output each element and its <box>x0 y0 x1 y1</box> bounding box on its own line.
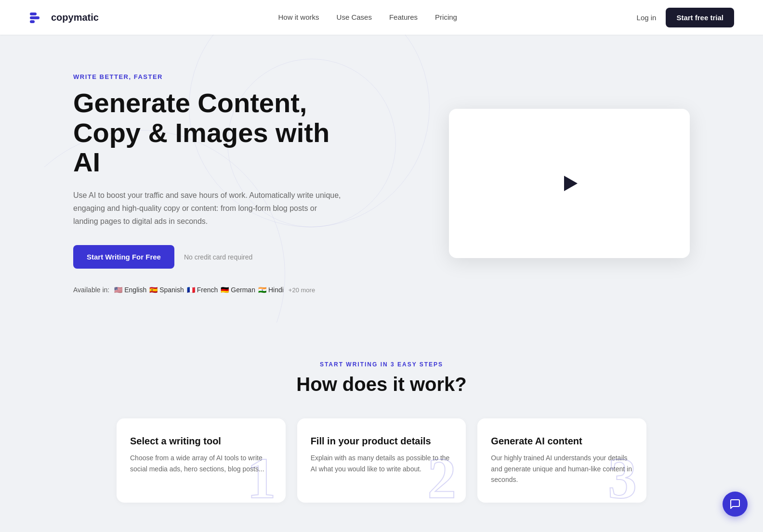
how-it-works-section: START WRITING IN 3 EASY STEPS How does i… <box>0 323 763 532</box>
flag-hindi: 🇮🇳 <box>258 286 266 294</box>
step-2-number: 2 <box>427 450 456 503</box>
flag-english: 🇺🇸 <box>114 286 122 294</box>
step-card-1: Select a writing tool Choose from a wide… <box>117 418 286 502</box>
play-button[interactable] <box>557 171 582 196</box>
chat-icon <box>729 498 741 510</box>
logo[interactable]: copymatic <box>29 9 99 26</box>
hero-section: WRITE BETTER, FASTER Generate Content, C… <box>0 35 763 323</box>
flag-french: 🇫🇷 <box>187 286 195 294</box>
hero-description: Use AI to boost your traffic and save ho… <box>73 189 343 228</box>
start-trial-button[interactable]: Start free trial <box>666 8 734 27</box>
steps-grid: Select a writing tool Choose from a wide… <box>117 418 646 502</box>
how-title: How does it work? <box>29 374 734 395</box>
play-icon <box>564 176 578 191</box>
svg-rect-1 <box>30 16 39 19</box>
nav-item-features[interactable]: Features <box>389 13 418 22</box>
available-in-label: Available in: <box>73 286 109 294</box>
nav-links: How it works Use Cases Features Pricing <box>278 13 457 22</box>
nav-item-pricing[interactable]: Pricing <box>435 13 457 22</box>
flag-spanish: 🇪🇸 <box>149 286 158 294</box>
step-card-2: Fill in your product details Explain wit… <box>297 418 466 502</box>
more-languages-label: +20 more <box>289 286 315 294</box>
no-credit-card-label: No credit card required <box>184 253 252 261</box>
logo-text: copymatic <box>51 12 99 23</box>
svg-rect-2 <box>30 20 35 23</box>
hero-content: WRITE BETTER, FASTER Generate Content, C… <box>73 73 343 294</box>
nav-item-use-cases[interactable]: Use Cases <box>337 13 372 22</box>
step-3-title: Generate AI content <box>491 436 633 447</box>
navbar: copymatic How it works Use Cases Feature… <box>0 0 763 35</box>
start-writing-button[interactable]: Start Writing For Free <box>73 245 174 269</box>
step-2-title: Fill in your product details <box>311 436 453 447</box>
hero-eyebrow: WRITE BETTER, FASTER <box>73 73 343 80</box>
chat-button[interactable] <box>723 492 748 517</box>
step-1-number: 1 <box>247 450 276 503</box>
step-3-number: 3 <box>608 450 637 503</box>
hero-cta: Start Writing For Free No credit card re… <box>73 245 343 269</box>
how-eyebrow: START WRITING IN 3 EASY STEPS <box>29 361 734 368</box>
svg-rect-0 <box>30 13 37 15</box>
lang-hindi: 🇮🇳 Hindi <box>258 286 284 294</box>
nav-item-how-it-works[interactable]: How it works <box>278 13 319 22</box>
login-button[interactable]: Log in <box>637 13 657 22</box>
flag-german: 🇩🇪 <box>221 286 229 294</box>
step-1-title: Select a writing tool <box>130 436 272 447</box>
hero-video-placeholder[interactable] <box>449 109 690 258</box>
available-in: Available in: 🇺🇸 English 🇪🇸 Spanish 🇫🇷 F… <box>73 286 343 294</box>
lang-french: 🇫🇷 French <box>187 286 218 294</box>
nav-actions: Log in Start free trial <box>637 8 734 27</box>
lang-spanish: 🇪🇸 Spanish <box>149 286 184 294</box>
hero-title: Generate Content, Copy & Images with AI <box>73 88 343 177</box>
step-card-3: Generate AI content Our highly trained A… <box>477 418 646 502</box>
lang-german: 🇩🇪 German <box>221 286 255 294</box>
lang-english: 🇺🇸 English <box>114 286 146 294</box>
